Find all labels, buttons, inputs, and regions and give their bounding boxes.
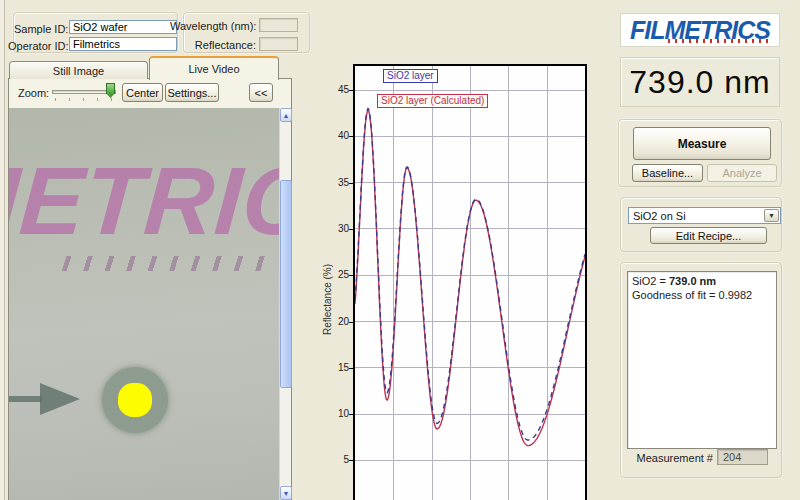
collapse-panel-button[interactable]: << <box>249 83 273 102</box>
tab-still-image[interactable]: Still Image <box>9 61 148 79</box>
y-tick-label: 15 <box>331 362 349 373</box>
wafer-logo-text: METRIC <box>9 153 279 249</box>
result-line-gof: Goodness of fit = 0.9982 <box>632 288 772 302</box>
reflectance-label: Reflectance: <box>190 39 256 51</box>
spectrum-curves <box>355 66 585 500</box>
y-tick-label: 35 <box>331 177 349 188</box>
logo-tickmarks <box>668 39 772 43</box>
settings-button[interactable]: Settings... <box>165 83 219 102</box>
results-listbox[interactable]: SiO2 = 739.0 nm Goodness of fit = 0.9982 <box>627 271 777 449</box>
legend-calculated: SiO2 layer (Calculated) <box>377 94 488 108</box>
curve-calculated <box>355 110 585 445</box>
result-line-thickness: SiO2 = 739.0 nm <box>632 274 772 288</box>
tab-still-image-label: Still Image <box>53 65 104 77</box>
y-tick-label: 10 <box>331 408 349 419</box>
operator-id-label: Operator ID: <box>8 40 67 52</box>
y-tick-label: 40 <box>331 130 349 141</box>
scroll-up-button[interactable]: ▲ <box>280 108 292 122</box>
center-button[interactable]: Center <box>122 83 163 102</box>
analyze-button[interactable]: Analyze <box>707 164 777 182</box>
application-window: Sample ID: Operator ID: Wavelength (nm):… <box>0 0 800 500</box>
y-tick-label: 20 <box>331 316 349 327</box>
pointer-arrow-icon <box>40 383 80 415</box>
reflectance-chart-plot: SiO2 layer SiO2 layer (Calculated) <box>353 64 587 500</box>
tab-live-video-label: Live Video <box>188 63 239 75</box>
recipe-selected-value: SiO2 on Si <box>633 210 686 222</box>
y-tick-label: 5 <box>331 454 349 465</box>
measurement-number-field: 204 <box>717 449 768 465</box>
y-tick-label: 25 <box>331 269 349 280</box>
sample-id-input[interactable] <box>69 20 177 34</box>
measurement-number-label: Measurement # <box>633 452 713 464</box>
zoom-slider-ticks <box>55 98 115 101</box>
y-tick-label: 45 <box>331 84 349 95</box>
zoom-label: Zoom: <box>18 87 49 99</box>
tab-live-video[interactable]: Live Video <box>149 56 279 80</box>
recipe-select[interactable]: SiO2 on Si ▼ <box>628 207 781 224</box>
measure-button[interactable]: Measure <box>633 127 771 160</box>
thickness-reading: 739.0 nm <box>629 64 770 101</box>
measurement-spot <box>118 383 152 417</box>
edit-recipe-button[interactable]: Edit Recipe... <box>650 227 767 244</box>
chevron-down-icon[interactable]: ▼ <box>764 209 779 222</box>
thickness-reading-box: 739.0 nm <box>620 57 780 107</box>
window-left-edge <box>0 0 5 500</box>
scroll-down-button[interactable]: ▼ <box>280 486 292 500</box>
pointer-arrow-shaft <box>9 396 42 402</box>
result-thickness-value: 739.0 nm <box>669 275 716 287</box>
legend-measured: SiO2 layer <box>383 69 438 83</box>
wavelength-label: Wavelength (nm): <box>170 20 256 32</box>
operator-id-input[interactable] <box>69 37 177 51</box>
video-scrollbar[interactable]: ▲ ▼ <box>279 108 291 500</box>
measurement-spot-ring <box>102 367 168 433</box>
baseline-button[interactable]: Baseline... <box>632 164 703 182</box>
scrollbar-thumb[interactable] <box>280 180 292 388</box>
live-video-viewport[interactable]: METRIC <box>9 108 279 500</box>
y-tick-label: 30 <box>331 223 349 234</box>
y-axis-title: Reflectance (%) <box>322 227 333 372</box>
sample-id-label: Sample ID: <box>14 23 67 35</box>
wavelength-field <box>259 18 298 32</box>
filmetrics-logo: FILMETRICS <box>620 13 780 47</box>
reflectance-field <box>259 37 298 51</box>
wafer-ruler-ticks <box>62 256 279 271</box>
